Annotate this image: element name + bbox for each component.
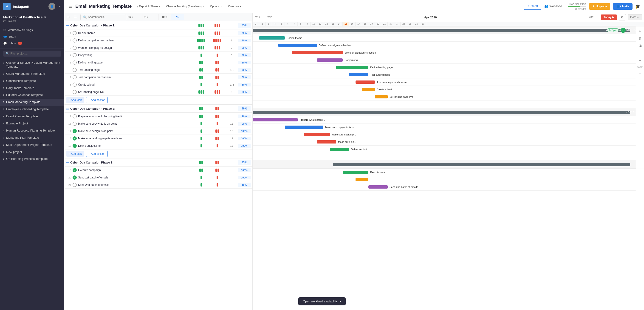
copy-button[interactable]: ⧉ (638, 36, 642, 41)
collapse-icon[interactable]: ▬ (66, 24, 69, 27)
project-label: Editorial Calendar Template (6, 93, 43, 97)
tab-workload[interactable]: 👥 Workload (541, 3, 565, 10)
task-checkbox[interactable] (72, 53, 77, 57)
task-checkbox[interactable] (72, 83, 77, 87)
task-checkbox[interactable] (72, 144, 77, 148)
gantt-bar[interactable] (336, 66, 368, 69)
search-input[interactable] (88, 16, 124, 19)
task-checkbox[interactable] (72, 61, 77, 65)
gantt-bar[interactable] (356, 178, 368, 181)
workload-availability-bar[interactable]: Open workload availability ▾ (298, 297, 346, 305)
task-checkbox[interactable] (72, 38, 77, 43)
sidebar-chevron-icon[interactable]: ▼ (58, 5, 61, 8)
project-icon: ≡ (3, 115, 4, 118)
options-button[interactable]: Options ▾ (209, 4, 223, 9)
sidebar-item-label: Team (9, 35, 16, 38)
task-checkbox[interactable] (72, 122, 77, 126)
task-checkbox[interactable] (72, 129, 77, 133)
pr-column-header[interactable]: PR ▾ (126, 14, 142, 20)
task-checkbox[interactable] (72, 183, 77, 187)
link-button[interactable]: ⛓ (638, 43, 642, 49)
sidebar-item-human-resource[interactable]: ≡ Human Resource Planning Template (0, 127, 64, 134)
gantt-bar[interactable] (292, 51, 343, 54)
gantt-bar[interactable] (317, 140, 336, 143)
gantt-bar[interactable] (278, 44, 317, 47)
sidebar-item-editorial[interactable]: ≡ Editorial Calendar Template (0, 92, 64, 99)
gantt-bar-label: Make sure lan... (338, 140, 356, 143)
gantt-day-cell: 2 (259, 22, 266, 26)
gantt-bar[interactable] (259, 36, 285, 40)
view-options-button[interactable]: ☰ (72, 14, 78, 20)
task-checkbox[interactable] (72, 114, 77, 118)
task-checkbox[interactable] (72, 176, 77, 180)
sidebar-item-client-management[interactable]: ≡ Client Management Template (0, 70, 64, 78)
menu-toggle-button[interactable]: ☰ (68, 3, 74, 10)
change-tracking-button[interactable]: Change Tracking (Baselines) ▾ (165, 4, 205, 9)
sidebar-item-email-marketing[interactable]: ≡ Email Marketing Template (0, 99, 64, 106)
today-button[interactable]: Today ▶ (601, 15, 617, 20)
minus-button[interactable]: − (638, 71, 642, 76)
add-section-button[interactable]: + Add section (86, 151, 108, 157)
workspace-name[interactable]: Marketing at BestPractice ▼ (3, 16, 61, 19)
add-task-button[interactable]: + Add task (66, 97, 84, 103)
sidebar-item-inbox[interactable]: 💬 Inbox 1 (0, 40, 64, 47)
filter-input-field[interactable] (10, 52, 59, 55)
task-checkbox[interactable] (72, 90, 77, 94)
gantt-bar[interactable] (349, 73, 368, 76)
task-checkbox[interactable] (72, 136, 77, 140)
sidebar-item-construction[interactable]: ≡ Construction Template (0, 78, 64, 85)
gantt-bar[interactable] (362, 88, 375, 91)
gantt-bar[interactable] (330, 148, 349, 151)
gantt-bar[interactable] (317, 58, 343, 62)
task-checkbox[interactable] (72, 68, 77, 72)
sidebar-item-daily-tasks[interactable]: ≡ Daily Tasks Template (0, 85, 64, 92)
gantt-bar[interactable] (343, 171, 368, 174)
sort-button[interactable]: ↕ (638, 51, 642, 56)
filter-projects-input[interactable]: 🔍 (3, 51, 61, 57)
gantt-bar[interactable] (375, 95, 388, 98)
collapse-icon[interactable]: ▬ (66, 161, 69, 164)
gantt-settings-button[interactable]: ⚙ (619, 14, 626, 21)
task-checkbox[interactable] (72, 46, 77, 50)
sidebar-item-employee-onboarding[interactable]: ≡ Employee Onboarding Template (0, 106, 64, 113)
task-checkbox[interactable] (72, 168, 77, 172)
undo-button[interactable]: ↩ (638, 28, 642, 34)
gantt-bar[interactable] (285, 125, 324, 129)
sidebar-item-team[interactable]: 👥 Team (0, 33, 64, 40)
section-phase2[interactable]: ▬ Cyber Day Campaign - Phase 2: 96% (64, 105, 252, 113)
section-phase3[interactable]: ▬ Cyber Day Campaign Phase 3: 83% (64, 159, 252, 167)
upgrade-button[interactable]: ★ Upgrade (589, 3, 610, 10)
sidebar-item-workbook-settings[interactable]: ⚙ Workbook Settings (0, 27, 64, 33)
project-label: Event Planner Template (6, 114, 38, 118)
collapse-icon[interactable]: ▬ (66, 107, 69, 110)
task-checkbox[interactable] (72, 75, 77, 79)
project-icon: ≡ (3, 61, 4, 65)
sidebar-item-example[interactable]: ≡ Example Project (0, 120, 64, 127)
sidebar-item-customer-service[interactable]: ≡ Customer Service Problem Management Te… (0, 59, 64, 70)
columns-button[interactable]: Columns ▾ (227, 4, 242, 9)
task-checkbox[interactable] (72, 31, 77, 35)
invite-button[interactable]: 👤+ Invite (613, 3, 632, 10)
sidebar-item-on-boarding[interactable]: ≡ On-Boarding Process Template (0, 156, 64, 163)
ri-column-header[interactable]: RI ▾ (142, 14, 158, 20)
sidebar-item-new-project[interactable]: ≡ New project (0, 148, 64, 156)
sidebar-item-multi-department[interactable]: ≡ Multi-Department Project Template (0, 141, 64, 148)
add-button[interactable]: + (638, 58, 642, 63)
gantt-bar[interactable] (253, 118, 298, 121)
section-phase1[interactable]: ▬ Cyber Day Campaign - Phase 1: 75% (64, 21, 252, 30)
add-task-button[interactable]: + Add task (66, 151, 84, 157)
tab-gantt[interactable]: ≡ Gantt (524, 3, 541, 10)
gantt-bar[interactable] (356, 80, 375, 84)
arrow-icon: ▶ (612, 16, 614, 19)
gantt-bar[interactable] (368, 185, 388, 189)
sidebar-item-event-planner[interactable]: ≡ Event Planner Template (0, 113, 64, 120)
add-section-button[interactable]: + Add section (86, 97, 108, 103)
ri-sort-icon: ▾ (147, 16, 148, 18)
table-row: 20 Send 1st batch of emails 100% (64, 174, 252, 181)
export-share-button[interactable]: ↑ Export & Share ▾ (135, 4, 161, 9)
sidebar-item-marketing-plan[interactable]: ≡ Marketing Plan Template (0, 134, 64, 141)
days-toggle-button[interactable]: DAYS ▾ (628, 14, 642, 20)
user-avatar[interactable]: 👤 (48, 3, 55, 10)
add-column-button[interactable]: ⊞ (66, 14, 72, 20)
gantt-bar[interactable] (304, 133, 330, 136)
